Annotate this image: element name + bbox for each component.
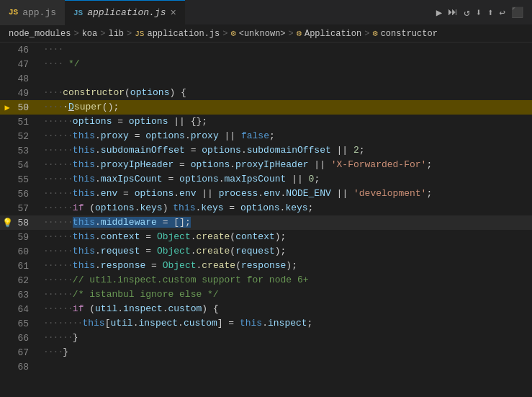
js-icon: JS xyxy=(9,8,18,17)
line-62: 62 ······// util.inspect.custom support … xyxy=(0,273,532,287)
line-65: 65 ········this[util.inspect.custom] = t… xyxy=(0,316,532,331)
bc-application[interactable]: Application xyxy=(305,29,361,39)
step-into-icon[interactable]: ↺ xyxy=(464,6,469,19)
line-46: 46 ···· xyxy=(0,43,532,57)
debug-arrow-icon: ▶ xyxy=(4,102,9,113)
undo-icon[interactable]: ↩ xyxy=(500,6,505,19)
bc-koa[interactable]: koa xyxy=(82,29,98,39)
line-51: 51 ······options = options || {}; xyxy=(0,115,532,129)
step-out-icon[interactable]: ⬇ xyxy=(476,6,482,19)
run-icon[interactable]: ▶ xyxy=(436,6,442,19)
line-56: 56 ······this.env = options.env || proce… xyxy=(0,187,532,201)
code-lines: 46 ···· 47 ···· */ 48 49 ····constructor… xyxy=(0,43,532,374)
line-49: 49 ····constructor(options) { xyxy=(0,86,532,100)
bc-lib[interactable]: lib xyxy=(108,29,124,39)
restart-icon[interactable]: ⬆ xyxy=(487,6,493,19)
close-tab-button[interactable]: × xyxy=(170,7,176,19)
tab-app-js[interactable]: JS app.js xyxy=(0,0,65,25)
tab-label: app.js xyxy=(22,7,56,18)
bc-node-modules[interactable]: node_modules xyxy=(9,29,71,39)
line-48: 48 xyxy=(0,71,532,86)
tab-application-js[interactable]: JS application.js × xyxy=(65,0,185,25)
bc-unknown[interactable]: <unknown> xyxy=(239,29,286,39)
line-57: 57 ······if (options.keys) this.keys = o… xyxy=(0,201,532,215)
line-47: 47 ···· */ xyxy=(0,57,532,71)
line-63: 63 ······/* istanbul ignore else */ xyxy=(0,287,532,302)
line-58: 💡 58 ······this.middleware = []; xyxy=(0,215,532,230)
line-54: 54 ······this.proxyIpHeader = options.pr… xyxy=(0,158,532,172)
line-59: 59 ······this.context = Object.create(co… xyxy=(0,230,532,244)
code-container: 46 ···· 47 ···· */ 48 49 ····constructor… xyxy=(0,43,532,396)
line-64: 64 ······if (util.inspect.custom) { xyxy=(0,302,532,316)
line-60: 60 ······this.request = Object.create(re… xyxy=(0,244,532,259)
bc-application-js[interactable]: application.js xyxy=(147,29,220,39)
stop-icon[interactable]: ⬛ xyxy=(511,6,523,19)
breadcrumb: node_modules > koa > lib > JS applicatio… xyxy=(0,25,532,43)
line-61: 61 ······this.response = Object.create(r… xyxy=(0,259,532,273)
tab-label-active: application.js xyxy=(87,7,166,18)
bc-constructor[interactable]: constructor xyxy=(381,29,438,39)
step-over-icon[interactable]: ⏭ xyxy=(448,6,458,18)
line-66: 66 ······} xyxy=(0,331,532,345)
line-55: 55 ······this.maxIpsCount = options.maxI… xyxy=(0,172,532,187)
line-52: 52 ······this.proxy = options.proxy || f… xyxy=(0,129,532,143)
line-53: 53 ······this.subdomainOffset = options.… xyxy=(0,143,532,158)
lightbulb-icon[interactable]: 💡 xyxy=(2,218,13,228)
line-50: ▶ 50 ·····Dsuper(); xyxy=(0,100,532,115)
js-icon-active: JS xyxy=(73,9,83,17)
line-67: 67 ····} xyxy=(0,345,532,360)
tab-bar: JS app.js JS application.js × ▶ ⏭ ↺ ⬇ ⬆ … xyxy=(0,0,532,25)
toolbar-icons: ▶ ⏭ ↺ ⬇ ⬆ ↩ ⬛ xyxy=(428,6,532,19)
line-68: 68 xyxy=(0,360,532,374)
